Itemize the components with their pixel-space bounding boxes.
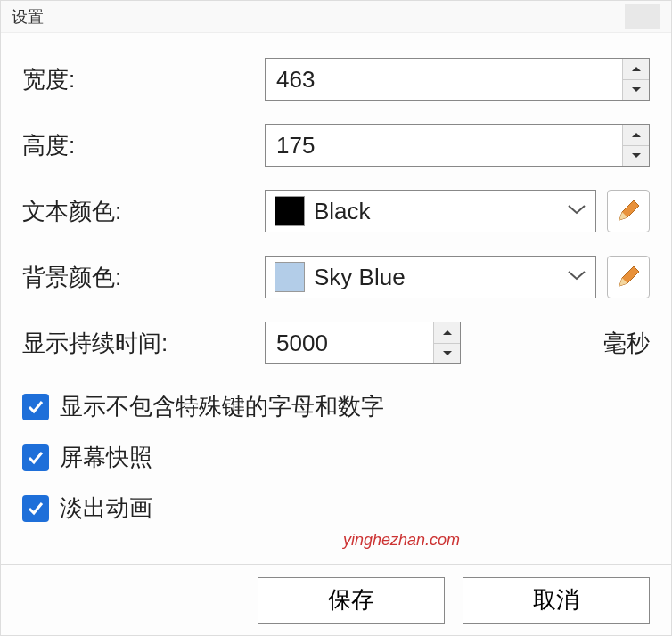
duration-unit: 毫秒	[603, 328, 650, 359]
width-input[interactable]: 463	[265, 58, 650, 101]
duration-up-button[interactable]	[434, 322, 460, 344]
width-label: 宽度:	[22, 64, 254, 95]
content-area: 宽度: 463 高度: 175 文本颜色:	[1, 33, 671, 564]
duration-spinner-buttons	[433, 322, 460, 363]
checkbox-group: 显示不包含特殊键的字母和数字 屏幕快照 淡出动画	[22, 391, 650, 524]
screenshot-checkbox[interactable]	[22, 444, 49, 471]
check-icon	[27, 449, 45, 467]
show-no-special-row: 显示不包含特殊键的字母和数字	[22, 391, 650, 422]
fade-out-row: 淡出动画	[22, 493, 650, 524]
text-color-select[interactable]: Black	[265, 190, 596, 232]
text-color-edit-button[interactable]	[607, 190, 650, 232]
pencil-icon	[616, 265, 641, 289]
duration-input[interactable]: 5000	[265, 322, 461, 364]
chevron-down-icon	[567, 203, 586, 219]
show-no-special-label: 显示不包含特殊键的字母和数字	[60, 391, 384, 422]
check-icon	[27, 398, 45, 416]
text-color-swatch	[275, 196, 305, 226]
width-value: 463	[266, 66, 622, 94]
bg-color-value: Sky Blue	[314, 264, 558, 291]
width-down-button[interactable]	[623, 80, 649, 101]
show-no-special-checkbox[interactable]	[22, 394, 49, 420]
watermark-text: yinghezhan.com	[343, 531, 650, 550]
check-icon	[27, 500, 45, 518]
height-label: 高度:	[22, 130, 254, 161]
duration-row: 显示持续时间: 5000 毫秒	[22, 322, 650, 364]
bg-color-edit-button[interactable]	[607, 256, 650, 298]
width-row: 宽度: 463	[22, 58, 650, 101]
duration-label: 显示持续时间:	[22, 328, 254, 359]
height-up-button[interactable]	[623, 125, 649, 146]
fade-out-checkbox[interactable]	[22, 495, 49, 522]
bg-color-select[interactable]: Sky Blue	[265, 256, 596, 298]
height-value: 175	[266, 132, 622, 159]
width-spinner-buttons	[622, 59, 649, 100]
window-title: 设置	[12, 6, 44, 28]
height-input[interactable]: 175	[265, 124, 650, 167]
bg-color-row: 背景颜色: Sky Blue	[22, 256, 650, 298]
screenshot-row: 屏幕快照	[22, 442, 650, 473]
height-down-button[interactable]	[623, 146, 649, 167]
height-row: 高度: 175	[22, 124, 650, 167]
cancel-button[interactable]: 取消	[463, 577, 650, 624]
footer: 保存 取消	[1, 564, 671, 635]
height-spinner-buttons	[622, 125, 649, 166]
fade-out-label: 淡出动画	[60, 493, 152, 524]
screenshot-label: 屏幕快照	[60, 442, 152, 473]
pencil-icon	[616, 199, 641, 224]
bg-color-label: 背景颜色:	[22, 262, 254, 293]
width-up-button[interactable]	[623, 59, 649, 80]
text-color-row: 文本颜色: Black	[22, 190, 650, 232]
text-color-label: 文本颜色:	[22, 196, 254, 227]
duration-value: 5000	[266, 330, 433, 357]
settings-window: 设置 宽度: 463 高度: 175	[0, 0, 672, 636]
duration-down-button[interactable]	[434, 344, 460, 364]
save-button[interactable]: 保存	[258, 577, 445, 624]
titlebar: 设置	[1, 1, 671, 33]
text-color-value: Black	[314, 198, 558, 225]
chevron-down-icon	[567, 269, 586, 285]
close-button[interactable]	[625, 4, 660, 29]
bg-color-swatch	[275, 262, 305, 292]
